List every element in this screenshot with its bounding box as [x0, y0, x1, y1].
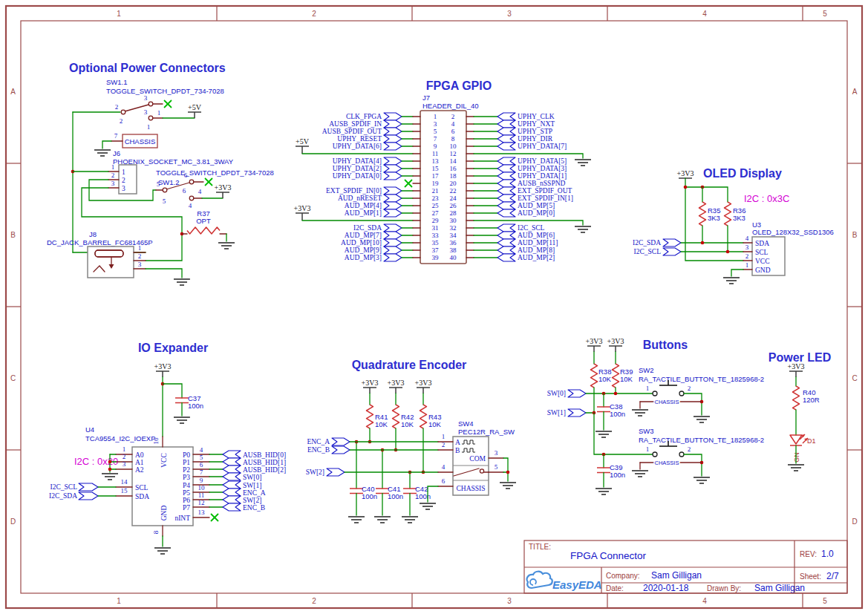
- schematic-label: UPHY_DATA[3]: [518, 165, 567, 172]
- schematic-label: 25: [432, 202, 440, 209]
- schematic-sheet: Optional Power Connectors FPGA GPIO OLED…: [0, 0, 868, 614]
- schematic-shape[interactable]: [108, 460, 112, 464]
- schematic-shape[interactable]: [684, 186, 688, 189]
- schematic-canvas[interactable]: Optional Power Connectors FPGA GPIO OLED…: [0, 0, 868, 614]
- schematic-shape[interactable]: [163, 188, 167, 192]
- schematic-label: P2: [183, 466, 190, 474]
- section-title-encoder: Quadrature Encoder: [352, 359, 467, 371]
- schematic-label: VCC: [160, 453, 168, 468]
- schematic-shape[interactable]: [189, 180, 194, 184]
- schematic-label: GND: [160, 506, 168, 521]
- schematic-label: 100n: [415, 492, 431, 500]
- schematic-label: P0: [183, 451, 190, 459]
- schematic-label: 19: [432, 180, 440, 187]
- schematic-label: +3V3: [154, 362, 172, 370]
- schematic-shape[interactable]: [701, 241, 705, 245]
- schematic-label: UPHY_STP: [518, 128, 552, 135]
- schematic-label: AUD_MP[4]: [345, 202, 382, 209]
- schematic-label: 15: [432, 165, 440, 172]
- schematic-label: 1: [117, 597, 121, 605]
- section-title-power: Optional Power Connectors: [69, 62, 226, 74]
- schematic-label: I2C_SCL: [518, 224, 545, 232]
- schematic-label: SW[2]: [306, 468, 324, 476]
- schematic-label: 5: [823, 10, 827, 18]
- schematic-label: +3V3: [415, 379, 432, 387]
- schematic-label: 3: [507, 10, 512, 18]
- schematic-label: AUSB_SPDIF_IN: [329, 120, 382, 128]
- schematic-label: 3: [138, 261, 142, 268]
- schematic-label: 2: [123, 453, 126, 460]
- sheet-label: Sheet:: [800, 572, 821, 581]
- schematic-shape[interactable]: [506, 471, 510, 474]
- schematic-shape[interactable]: [121, 110, 125, 114]
- schematic-label: 16: [152, 437, 160, 445]
- rev-label: REV:: [800, 550, 817, 558]
- schematic-label: 2: [442, 441, 446, 448]
- schematic-shape[interactable]: [614, 392, 618, 396]
- schematic-label: +3V3: [586, 337, 603, 345]
- schematic-label: 3K3: [733, 214, 745, 222]
- schematic-label: +5V: [296, 137, 310, 146]
- schematic-label: AUD_MP[3]: [345, 254, 382, 261]
- schematic-label: 15: [121, 487, 128, 494]
- schematic-label: SW2: [639, 366, 654, 374]
- schematic-label: I2C_SDA: [633, 239, 661, 246]
- company-label: Company:: [606, 572, 640, 580]
- schematic-label: UPHY_DATA[1]: [518, 172, 567, 180]
- schematic-label: C: [10, 374, 16, 382]
- schematic-label: 2: [312, 597, 316, 605]
- schematic-label: I2C_SDA: [353, 224, 382, 232]
- schematic-label: C: [852, 374, 857, 382]
- schematic-label: 100n: [610, 471, 625, 479]
- schematic-shape[interactable]: [679, 391, 684, 396]
- schematic-label: UPHY_DATA[4]: [333, 157, 382, 165]
- schematic-shape[interactable]: [480, 469, 483, 473]
- schematic-label: 5: [200, 454, 203, 461]
- schematic-shape[interactable]: [189, 196, 194, 200]
- schematic-label: A1: [135, 459, 144, 466]
- schematic-shape[interactable]: [108, 468, 112, 471]
- schematic-shape[interactable]: [149, 102, 153, 106]
- sheet-value: 2/7: [826, 571, 839, 581]
- schematic-label: A: [10, 88, 16, 96]
- schematic-shape[interactable]: [726, 250, 730, 254]
- schematic-shape[interactable]: [679, 452, 684, 457]
- schematic-label: 3: [144, 108, 148, 116]
- schematic-label: AUSB_HID[1]: [243, 459, 286, 466]
- schematic-label: 1: [646, 445, 650, 453]
- schematic-label: +3V3: [607, 337, 624, 345]
- schematic-label: UPHY_DATA[5]: [518, 157, 567, 165]
- schematic-label: ENC_A: [307, 438, 330, 445]
- logo-text: EasyEDA: [552, 578, 602, 591]
- schematic-label: 13: [432, 157, 440, 165]
- schematic-label: VCC: [755, 258, 770, 265]
- schematic-label: 5: [157, 180, 160, 188]
- schematic-label: TCA9554_I2C_IOEXP: [85, 434, 156, 442]
- schematic-label: 10K: [428, 420, 442, 428]
- schematic-label: 6: [184, 172, 188, 179]
- schematic-label: 5: [823, 597, 827, 605]
- schematic-shape[interactable]: [653, 452, 657, 457]
- schematic-label: SW3: [639, 427, 654, 435]
- schematic-label: SW[2]: [243, 497, 261, 504]
- schematic-label: U4: [85, 425, 94, 434]
- schematic-shape[interactable]: [653, 391, 657, 396]
- title-label: TITLE:: [529, 543, 551, 551]
- company-value: Sam Gilligan: [651, 570, 702, 581]
- schematic-shape[interactable]: [149, 116, 153, 120]
- schematic-shape[interactable]: [88, 246, 134, 278]
- sheet-title: FPGA Connector: [570, 550, 647, 561]
- schematic-label: 39: [432, 254, 440, 261]
- schematic-label: AUD_MP[11]: [518, 239, 558, 246]
- section-title-buttons: Buttons: [643, 339, 688, 351]
- schematic-label: B: [455, 447, 460, 454]
- schematic-label: 2: [111, 172, 115, 179]
- schematic-label: GND: [755, 267, 771, 274]
- schematic-label: 3: [123, 460, 126, 468]
- schematic-label: P7: [183, 504, 190, 512]
- schematic-shape[interactable]: [420, 111, 466, 264]
- schematic-label: 4: [702, 10, 707, 18]
- schematic-label: CLK_FPGA: [346, 113, 382, 120]
- schematic-label: SCL: [135, 484, 149, 491]
- schematic-label: AUD_MP[6]: [518, 232, 555, 239]
